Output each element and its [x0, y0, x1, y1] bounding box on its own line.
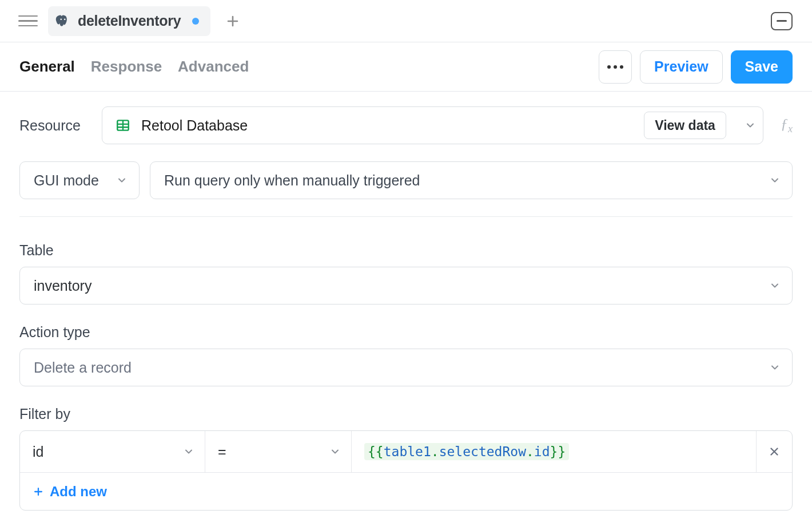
run-trigger-value: Run query only when manually triggered	[164, 172, 420, 189]
query-editor-body: Resource Retool Database View data ƒx GU…	[0, 92, 812, 511]
add-filter-button[interactable]: Add new	[20, 472, 792, 510]
chevron-down-icon	[769, 280, 781, 291]
chevron-down-icon	[116, 175, 128, 186]
chevron-down-icon	[329, 446, 341, 457]
filter-field: Filter by id = {{table1.select	[19, 406, 793, 511]
filter-operator-select[interactable]: =	[205, 431, 352, 472]
filter-value-input[interactable]: {{table1.selectedRow.id}}	[352, 431, 757, 472]
action-type-field: Action type Delete a record	[19, 324, 793, 386]
postgres-icon	[55, 13, 71, 29]
more-options-button[interactable]	[599, 50, 632, 84]
filter-value-expression: {{table1.selectedRow.id}}	[364, 443, 569, 460]
table-value: inventory	[34, 278, 91, 294]
filter-column-value: id	[33, 444, 43, 460]
ellipsis-icon	[607, 65, 623, 69]
save-button[interactable]: Save	[731, 50, 793, 84]
query-tab-title: deleteInventory	[78, 13, 181, 29]
filter-label: Filter by	[19, 406, 793, 422]
svg-point-1	[64, 18, 66, 20]
resource-label: Resource	[19, 117, 95, 134]
database-table-icon	[115, 117, 131, 133]
table-select[interactable]: inventory	[19, 267, 793, 304]
unsaved-indicator-dot	[192, 18, 199, 25]
chevron-down-icon	[183, 446, 194, 457]
fx-toggle[interactable]: ƒx	[781, 116, 793, 135]
menu-icon[interactable]	[18, 11, 38, 31]
close-icon	[768, 445, 781, 458]
chevron-down-icon	[745, 120, 756, 131]
query-mode-value: GUI mode	[34, 172, 99, 189]
resource-name: Retool Database	[141, 117, 634, 134]
tab-response[interactable]: Response	[91, 58, 162, 76]
filter-operator-value: =	[218, 444, 226, 460]
tab-general[interactable]: General	[19, 58, 75, 76]
table-field: Table inventory	[19, 242, 793, 304]
query-subnav: General Response Advanced Preview Save	[0, 42, 812, 92]
resource-row: Resource Retool Database View data ƒx	[19, 106, 793, 144]
query-tab-active[interactable]: deleteInventory	[48, 6, 210, 36]
action-type-value: Delete a record	[34, 359, 132, 376]
topbar: deleteInventory	[0, 0, 812, 42]
add-filter-label: Add new	[50, 484, 107, 500]
view-data-button[interactable]: View data	[644, 112, 726, 139]
plus-icon	[33, 486, 44, 497]
svg-point-0	[60, 18, 62, 20]
collapse-panel-button[interactable]	[771, 12, 793, 30]
filter-row: id = {{table1.selectedRow.id}}	[20, 431, 792, 472]
subnav-tabs: General Response Advanced	[19, 58, 249, 76]
add-tab-button[interactable]	[223, 11, 242, 31]
section-divider	[19, 216, 793, 217]
action-type-select[interactable]: Delete a record	[19, 349, 793, 386]
query-mode-select[interactable]: GUI mode	[19, 161, 140, 199]
chevron-down-icon	[769, 175, 781, 186]
filter-table: id = {{table1.selectedRow.id}}	[19, 430, 793, 511]
action-type-label: Action type	[19, 324, 793, 341]
run-trigger-select[interactable]: Run query only when manually triggered	[150, 161, 793, 199]
tab-advanced[interactable]: Advanced	[178, 58, 249, 76]
mode-row: GUI mode Run query only when manually tr…	[19, 161, 793, 199]
resource-select[interactable]: Retool Database View data	[102, 106, 763, 144]
chevron-down-icon	[769, 362, 781, 373]
filter-column-select[interactable]: id	[20, 431, 205, 472]
preview-button[interactable]: Preview	[640, 50, 723, 84]
table-label: Table	[19, 242, 793, 259]
filter-delete-button[interactable]	[757, 431, 792, 472]
